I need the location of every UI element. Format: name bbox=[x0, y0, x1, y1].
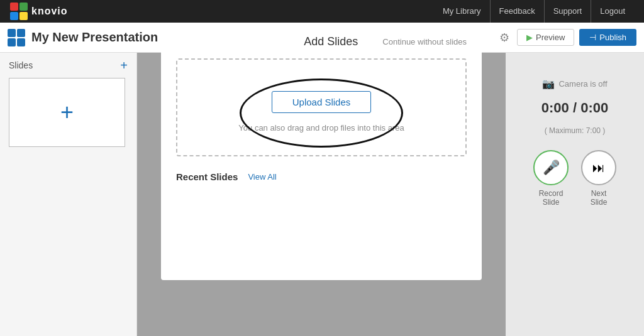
record-control: 🎤 RecordSlide bbox=[533, 150, 569, 207]
play-icon: ▶ bbox=[526, 33, 533, 42]
recording-controls: 🎤 RecordSlide ⏭ NextSlide bbox=[533, 150, 616, 207]
top-navigation: knovio My Library Feedback Support Logou… bbox=[0, 0, 644, 23]
next-slide-button[interactable]: ⏭ bbox=[581, 150, 616, 185]
logo-cell-yellow bbox=[19, 12, 28, 20]
logo: knovio bbox=[10, 3, 68, 20]
logo-cell-red bbox=[10, 3, 18, 11]
modal-title: Add Slides bbox=[279, 35, 382, 48]
continue-without-slides-link[interactable]: Continue without slides bbox=[382, 37, 467, 46]
logo-text: knovio bbox=[31, 6, 68, 17]
feedback-link[interactable]: Feedback bbox=[491, 0, 545, 23]
publish-icon: ⊣ bbox=[589, 33, 596, 42]
gear-icon: ⚙ bbox=[499, 31, 509, 44]
app-icon-cell bbox=[8, 29, 16, 37]
add-slide-button[interactable]: + bbox=[120, 59, 128, 72]
main-layout: Slides + + Add Slides Continue without s… bbox=[0, 53, 644, 336]
next-control: ⏭ NextSlide bbox=[581, 150, 616, 207]
logo-grid-icon bbox=[10, 3, 28, 20]
content-area: Add Slides Continue without slides Uploa… bbox=[137, 53, 506, 336]
timer-max-text: ( Maximum: 7:00 ) bbox=[545, 126, 606, 135]
view-all-link[interactable]: View All bbox=[248, 172, 276, 182]
recent-header: Recent Slides View All bbox=[176, 171, 467, 182]
next-label: NextSlide bbox=[591, 189, 608, 207]
recent-slides-section: Recent Slides View All bbox=[176, 171, 467, 182]
app-icon-cell bbox=[8, 38, 16, 46]
logo-cell-blue bbox=[10, 12, 18, 20]
header-actions: ⚙ ▶ Preview ⊣ Publish bbox=[497, 28, 636, 47]
skip-icon: ⏭ bbox=[592, 161, 605, 175]
support-link[interactable]: Support bbox=[545, 0, 592, 23]
topnav-links: My Library Feedback Support Logout bbox=[434, 0, 634, 23]
camera-icon: 📷 bbox=[542, 78, 555, 90]
app-icon bbox=[8, 29, 25, 46]
right-panel: 📷 Camera is off 0:00 / 0:00 ( Maximum: 7… bbox=[506, 53, 644, 336]
camera-status: 📷 Camera is off bbox=[542, 78, 607, 90]
timer-display: 0:00 / 0:00 bbox=[541, 100, 608, 116]
publish-button[interactable]: ⊣ Publish bbox=[579, 29, 636, 46]
settings-button[interactable]: ⚙ bbox=[497, 28, 512, 47]
camera-status-text: Camera is off bbox=[558, 79, 607, 89]
logo-cell-green bbox=[19, 3, 28, 11]
drop-hint-text: You can also drag and drop files into th… bbox=[238, 123, 404, 133]
slides-label: Slides bbox=[9, 60, 33, 70]
record-label: RecordSlide bbox=[539, 189, 564, 207]
logout-link[interactable]: Logout bbox=[591, 0, 634, 23]
record-button[interactable]: 🎤 bbox=[533, 150, 569, 185]
my-library-link[interactable]: My Library bbox=[434, 0, 491, 23]
add-slide-icon: + bbox=[60, 99, 74, 126]
sidebar: Slides + + bbox=[0, 53, 137, 336]
oval-annotation bbox=[240, 79, 403, 148]
preview-button[interactable]: ▶ Preview bbox=[517, 29, 574, 46]
recent-slides-title: Recent Slides bbox=[176, 171, 238, 182]
app-icon-cell bbox=[17, 29, 25, 37]
app-icon-cell bbox=[17, 38, 25, 46]
modal-header: Add Slides Continue without slides bbox=[176, 35, 467, 48]
mic-icon: 🎤 bbox=[543, 160, 560, 176]
drop-zone[interactable]: Upload Slides You can also drag and drop… bbox=[176, 58, 467, 156]
modal-overlay: Add Slides Continue without slides Uploa… bbox=[137, 53, 506, 336]
add-slides-modal: Add Slides Continue without slides Uploa… bbox=[161, 23, 482, 280]
upload-slides-button[interactable]: Upload Slides bbox=[272, 91, 372, 113]
slide-placeholder[interactable]: + bbox=[9, 78, 125, 147]
sidebar-header: Slides + bbox=[0, 53, 136, 78]
